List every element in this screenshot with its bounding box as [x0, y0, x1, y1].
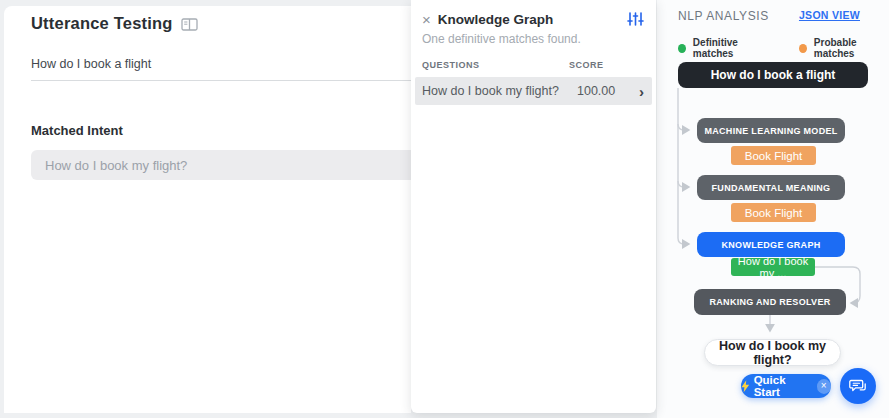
page-title: Utterance Testing: [31, 14, 173, 33]
chat-widget-button[interactable]: [840, 368, 876, 404]
quick-start-label: Quick Start: [754, 374, 813, 398]
question-cell: How do I book my flight?: [422, 84, 577, 98]
utterance-testing-panel: Utterance Testing Matched Intent How do …: [4, 6, 411, 413]
matches-found-status: One definitive matches found.: [411, 27, 656, 46]
nlp-analysis-title: NLP ANALYSIS: [678, 9, 769, 23]
column-score: SCORE: [569, 60, 644, 70]
filter-sliders-icon[interactable]: [627, 11, 644, 27]
score-cell: 100.00: [577, 84, 639, 98]
legend: Definitive matches Probable matches: [678, 37, 889, 59]
quick-start-close-icon[interactable]: ×: [817, 379, 831, 394]
definitive-dot-icon: [678, 44, 686, 53]
flow-ranking-and-resolver-node: RANKING AND RESOLVER: [694, 289, 846, 315]
matched-intent-value: How do I book my flight?: [31, 150, 411, 180]
flow-utterance-node: How do I book a flight: [678, 62, 868, 88]
flow-kg-match-chip: How do I book my ...: [731, 258, 815, 276]
knowledge-graph-panel: × Knowledge Graph One definitive matches…: [411, 0, 656, 413]
flow-ml-match-chip: Book Flight: [731, 146, 816, 165]
knowledge-graph-title: Knowledge Graph: [438, 12, 627, 27]
page-title-row: Utterance Testing: [31, 14, 411, 33]
legend-definitive: Definitive matches: [678, 37, 770, 59]
json-view-link[interactable]: JSON VIEW: [799, 9, 860, 21]
probable-dot-icon: [799, 44, 807, 53]
legend-probable-label: Probable matches: [814, 37, 889, 59]
utterance-input[interactable]: [31, 57, 411, 81]
flow-knowledge-graph-node: KNOWLEDGE GRAPH: [697, 232, 845, 257]
lightning-icon: [741, 380, 750, 393]
legend-definitive-label: Definitive matches: [693, 37, 770, 59]
column-questions: QUESTIONS: [422, 60, 569, 70]
table-header: QUESTIONS SCORE: [411, 46, 656, 74]
close-icon[interactable]: ×: [422, 12, 431, 27]
flow-fundamental-meaning-node: FUNDAMENTAL MEANING: [697, 175, 845, 200]
docs-book-icon[interactable]: [181, 18, 198, 31]
legend-probable: Probable matches: [799, 37, 889, 59]
nlp-analysis-panel: NLP ANALYSIS JSON VIEW Definitive matche…: [657, 0, 889, 418]
table-row[interactable]: How do I book my flight? 100.00 ›: [415, 77, 652, 105]
flow-result-node: How do I book my flight?: [704, 339, 841, 366]
matched-intent-label: Matched Intent: [31, 123, 411, 138]
chat-bubbles-icon: [849, 378, 868, 395]
flow-machine-learning-model-node: MACHINE LEARNING MODEL: [697, 118, 845, 143]
flow-fm-match-chip: Book Flight: [731, 203, 816, 222]
chevron-right-icon[interactable]: ›: [639, 84, 644, 99]
quick-start-button[interactable]: Quick Start ×: [741, 374, 831, 398]
